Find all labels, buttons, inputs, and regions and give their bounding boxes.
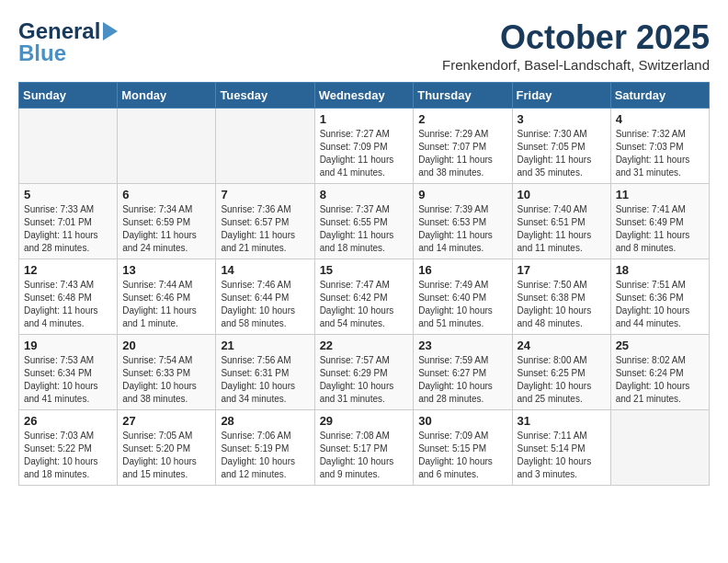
logo-arrow-icon bbox=[103, 22, 118, 40]
calendar-cell: 7Sunrise: 7:36 AM Sunset: 6:57 PM Daylig… bbox=[216, 184, 314, 259]
day-info: Sunrise: 7:41 AM Sunset: 6:49 PM Dayligh… bbox=[616, 203, 704, 255]
day-info: Sunrise: 7:54 AM Sunset: 6:33 PM Dayligh… bbox=[122, 354, 210, 406]
day-info: Sunrise: 7:56 AM Sunset: 6:31 PM Dayligh… bbox=[221, 354, 309, 406]
weekday-header-row: SundayMondayTuesdayWednesdayThursdayFrid… bbox=[19, 83, 710, 109]
day-info: Sunrise: 7:43 AM Sunset: 6:48 PM Dayligh… bbox=[24, 279, 112, 330]
day-number: 11 bbox=[616, 188, 704, 201]
day-info: Sunrise: 7:49 AM Sunset: 6:40 PM Dayligh… bbox=[418, 279, 506, 330]
calendar-cell bbox=[610, 410, 709, 486]
day-info: Sunrise: 7:53 AM Sunset: 6:34 PM Dayligh… bbox=[24, 354, 112, 406]
weekday-header-friday: Friday bbox=[512, 83, 610, 109]
calendar-cell: 31Sunrise: 7:11 AM Sunset: 5:14 PM Dayli… bbox=[512, 410, 610, 486]
day-info: Sunrise: 8:00 AM Sunset: 6:25 PM Dayligh… bbox=[518, 354, 606, 406]
calendar-cell bbox=[216, 109, 314, 184]
logo: General Blue bbox=[18, 18, 118, 66]
day-number: 26 bbox=[24, 414, 112, 428]
day-info: Sunrise: 7:30 AM Sunset: 7:05 PM Dayligh… bbox=[518, 128, 606, 179]
day-number: 12 bbox=[24, 263, 112, 277]
day-info: Sunrise: 7:32 AM Sunset: 7:03 PM Dayligh… bbox=[616, 128, 704, 179]
calendar-cell: 22Sunrise: 7:57 AM Sunset: 6:29 PM Dayli… bbox=[314, 335, 414, 410]
day-number: 23 bbox=[418, 339, 506, 352]
day-info: Sunrise: 7:51 AM Sunset: 6:36 PM Dayligh… bbox=[616, 279, 704, 330]
day-info: Sunrise: 7:11 AM Sunset: 5:14 PM Dayligh… bbox=[518, 430, 606, 481]
calendar-cell: 1Sunrise: 7:27 AM Sunset: 7:09 PM Daylig… bbox=[314, 109, 414, 184]
day-info: Sunrise: 7:34 AM Sunset: 6:59 PM Dayligh… bbox=[122, 203, 210, 255]
day-number: 29 bbox=[320, 414, 409, 428]
day-info: Sunrise: 7:27 AM Sunset: 7:09 PM Dayligh… bbox=[320, 128, 409, 179]
calendar-cell: 14Sunrise: 7:46 AM Sunset: 6:44 PM Dayli… bbox=[216, 259, 314, 335]
day-number: 9 bbox=[418, 188, 506, 201]
day-info: Sunrise: 7:05 AM Sunset: 5:20 PM Dayligh… bbox=[122, 430, 210, 481]
calendar-cell: 2Sunrise: 7:29 AM Sunset: 7:07 PM Daylig… bbox=[414, 109, 512, 184]
weekday-header-saturday: Saturday bbox=[610, 83, 709, 109]
week-row-2: 5Sunrise: 7:33 AM Sunset: 7:01 PM Daylig… bbox=[19, 184, 710, 259]
day-info: Sunrise: 7:59 AM Sunset: 6:27 PM Dayligh… bbox=[418, 354, 506, 406]
day-info: Sunrise: 7:29 AM Sunset: 7:07 PM Dayligh… bbox=[418, 128, 506, 179]
day-number: 24 bbox=[518, 339, 606, 352]
day-info: Sunrise: 7:33 AM Sunset: 7:01 PM Dayligh… bbox=[24, 203, 112, 255]
calendar-cell: 4Sunrise: 7:32 AM Sunset: 7:03 PM Daylig… bbox=[610, 109, 709, 184]
day-number: 8 bbox=[320, 188, 409, 201]
day-number: 25 bbox=[616, 339, 704, 352]
weekday-header-thursday: Thursday bbox=[414, 83, 512, 109]
calendar-cell: 12Sunrise: 7:43 AM Sunset: 6:48 PM Dayli… bbox=[19, 259, 118, 335]
day-info: Sunrise: 7:37 AM Sunset: 6:55 PM Dayligh… bbox=[320, 203, 409, 255]
calendar-cell: 10Sunrise: 7:40 AM Sunset: 6:51 PM Dayli… bbox=[512, 184, 610, 259]
calendar-cell: 19Sunrise: 7:53 AM Sunset: 6:34 PM Dayli… bbox=[19, 335, 118, 410]
logo-blue: Blue bbox=[18, 40, 66, 66]
month-title: October 2025 bbox=[442, 18, 710, 57]
week-row-4: 19Sunrise: 7:53 AM Sunset: 6:34 PM Dayli… bbox=[19, 335, 710, 410]
page-header: General Blue October 2025 Frenkendorf, B… bbox=[18, 18, 710, 73]
weekday-header-wednesday: Wednesday bbox=[314, 83, 414, 109]
calendar-cell bbox=[118, 109, 216, 184]
calendar-cell: 13Sunrise: 7:44 AM Sunset: 6:46 PM Dayli… bbox=[118, 259, 216, 335]
calendar-cell bbox=[19, 109, 118, 184]
day-number: 2 bbox=[418, 112, 506, 126]
day-info: Sunrise: 7:08 AM Sunset: 5:17 PM Dayligh… bbox=[320, 430, 409, 481]
day-number: 5 bbox=[24, 188, 112, 201]
day-info: Sunrise: 8:02 AM Sunset: 6:24 PM Dayligh… bbox=[616, 354, 704, 406]
week-row-1: 1Sunrise: 7:27 AM Sunset: 7:09 PM Daylig… bbox=[19, 109, 710, 184]
day-number: 7 bbox=[221, 188, 309, 201]
day-info: Sunrise: 7:44 AM Sunset: 6:46 PM Dayligh… bbox=[122, 279, 210, 330]
day-number: 28 bbox=[221, 414, 309, 428]
day-number: 1 bbox=[320, 112, 409, 126]
calendar-cell: 29Sunrise: 7:08 AM Sunset: 5:17 PM Dayli… bbox=[314, 410, 414, 486]
day-info: Sunrise: 7:40 AM Sunset: 6:51 PM Dayligh… bbox=[518, 203, 606, 255]
day-number: 22 bbox=[320, 339, 409, 352]
calendar-cell: 25Sunrise: 8:02 AM Sunset: 6:24 PM Dayli… bbox=[610, 335, 709, 410]
calendar-cell: 3Sunrise: 7:30 AM Sunset: 7:05 PM Daylig… bbox=[512, 109, 610, 184]
calendar-cell: 8Sunrise: 7:37 AM Sunset: 6:55 PM Daylig… bbox=[314, 184, 414, 259]
calendar-cell: 6Sunrise: 7:34 AM Sunset: 6:59 PM Daylig… bbox=[118, 184, 216, 259]
day-number: 21 bbox=[221, 339, 309, 352]
calendar-cell: 9Sunrise: 7:39 AM Sunset: 6:53 PM Daylig… bbox=[414, 184, 512, 259]
calendar-cell: 5Sunrise: 7:33 AM Sunset: 7:01 PM Daylig… bbox=[19, 184, 118, 259]
location-text: Frenkendorf, Basel-Landschaft, Switzerla… bbox=[442, 57, 710, 73]
day-number: 18 bbox=[616, 263, 704, 277]
day-info: Sunrise: 7:06 AM Sunset: 5:19 PM Dayligh… bbox=[221, 430, 309, 481]
day-info: Sunrise: 7:36 AM Sunset: 6:57 PM Dayligh… bbox=[221, 203, 309, 255]
day-info: Sunrise: 7:03 AM Sunset: 5:22 PM Dayligh… bbox=[24, 430, 112, 481]
day-number: 14 bbox=[221, 263, 309, 277]
calendar-cell: 11Sunrise: 7:41 AM Sunset: 6:49 PM Dayli… bbox=[610, 184, 709, 259]
day-number: 6 bbox=[122, 188, 210, 201]
day-number: 16 bbox=[418, 263, 506, 277]
day-number: 3 bbox=[518, 112, 606, 126]
calendar-table: SundayMondayTuesdayWednesdayThursdayFrid… bbox=[18, 82, 710, 486]
day-number: 15 bbox=[320, 263, 409, 277]
day-info: Sunrise: 7:50 AM Sunset: 6:38 PM Dayligh… bbox=[518, 279, 606, 330]
day-number: 13 bbox=[122, 263, 210, 277]
calendar-cell: 20Sunrise: 7:54 AM Sunset: 6:33 PM Dayli… bbox=[118, 335, 216, 410]
calendar-cell: 30Sunrise: 7:09 AM Sunset: 5:15 PM Dayli… bbox=[414, 410, 512, 486]
day-number: 4 bbox=[616, 112, 704, 126]
day-info: Sunrise: 7:09 AM Sunset: 5:15 PM Dayligh… bbox=[418, 430, 506, 481]
day-number: 30 bbox=[418, 414, 506, 428]
day-number: 31 bbox=[518, 414, 606, 428]
day-info: Sunrise: 7:47 AM Sunset: 6:42 PM Dayligh… bbox=[320, 279, 409, 330]
weekday-header-monday: Monday bbox=[118, 83, 216, 109]
calendar-cell: 21Sunrise: 7:56 AM Sunset: 6:31 PM Dayli… bbox=[216, 335, 314, 410]
calendar-cell: 15Sunrise: 7:47 AM Sunset: 6:42 PM Dayli… bbox=[314, 259, 414, 335]
weekday-header-tuesday: Tuesday bbox=[216, 83, 314, 109]
calendar-cell: 24Sunrise: 8:00 AM Sunset: 6:25 PM Dayli… bbox=[512, 335, 610, 410]
day-number: 17 bbox=[518, 263, 606, 277]
